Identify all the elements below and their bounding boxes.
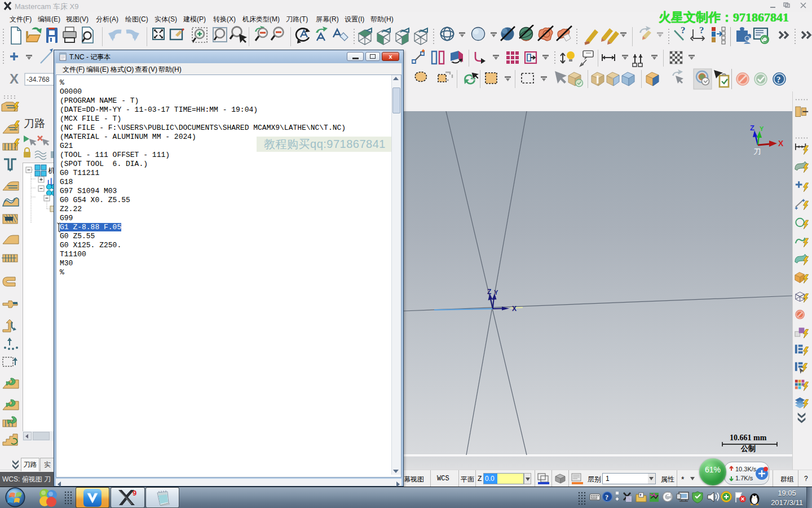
svg-text:-34.768: -34.768 xyxy=(27,76,50,84)
svg-text:?: ? xyxy=(699,25,704,36)
svg-text:Y: Y xyxy=(494,289,498,296)
svg-text:刀: 刀 xyxy=(753,147,761,156)
svg-text:10.3K/s: 10.3K/s xyxy=(735,466,757,472)
svg-text:?: ? xyxy=(776,75,781,84)
svg-text:1.7K/s: 1.7K/s xyxy=(735,475,753,481)
svg-text:?: ? xyxy=(605,493,608,501)
svg-text:Z: Z xyxy=(750,124,754,132)
svg-text:Z: Z xyxy=(487,288,491,296)
svg-text:9: 9 xyxy=(133,489,136,497)
svg-text:Y: Y xyxy=(760,125,764,132)
svg-text:X: X xyxy=(10,71,19,86)
svg-text:X: X xyxy=(512,305,517,313)
svg-text:X: X xyxy=(778,139,784,148)
svg-text:?: ? xyxy=(681,25,686,36)
